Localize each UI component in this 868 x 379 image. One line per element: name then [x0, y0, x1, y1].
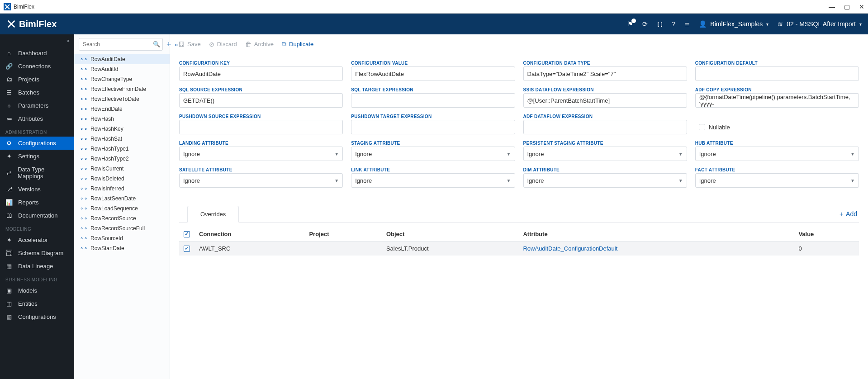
- sidebar-item-reports[interactable]: 📊Reports: [0, 196, 74, 209]
- field-ssis-dataflow-expression: SSIS DATAFLOW EXPRESSION @[User::ParentB…: [523, 87, 687, 108]
- config-list-item[interactable]: ⚬⚬RowEffectiveFromDate: [74, 84, 170, 94]
- configuration-default-input[interactable]: [695, 66, 859, 81]
- sql-target-expression-input[interactable]: [351, 93, 515, 108]
- tab-overrides[interactable]: Overrides: [187, 206, 239, 223]
- config-list-item[interactable]: ⚬⚬RowRecordSourceFull: [74, 223, 170, 233]
- staging-attribute-select[interactable]: Ignore▼: [351, 147, 515, 161]
- sidebar-item-dashboard[interactable]: ⌂Dashboard: [0, 47, 74, 60]
- sidebar-item-schema-diagram[interactable]: ⿹Schema Diagram: [0, 246, 74, 260]
- satellite-attribute-select[interactable]: Ignore▼: [179, 173, 343, 188]
- cell-attribute-link[interactable]: RowAuditDate_ConfigurationDefault: [523, 245, 617, 252]
- config-list-item[interactable]: ⚬⚬RowStartDate: [74, 243, 170, 253]
- pushdown-source-expression-input[interactable]: [179, 120, 343, 134]
- archive-button[interactable]: 🗑Archive: [245, 41, 274, 48]
- sidebar-icon: ⟐: [5, 102, 13, 109]
- col-attribute[interactable]: Attribute: [518, 227, 794, 242]
- config-list-item[interactable]: ⚬⚬RowAuditDate: [74, 54, 170, 64]
- config-list-item[interactable]: ⚬⚬RowRecordSource: [74, 213, 170, 223]
- config-list-item[interactable]: ⚬⚬RowEffectiveToDate: [74, 94, 170, 104]
- sidebar-item-accelerator[interactable]: ✶Accelerator: [0, 233, 74, 246]
- sidebar-item-projects[interactable]: 🗂Projects: [0, 73, 74, 86]
- field-label: SQL SOURCE EXPRESSION: [179, 87, 343, 92]
- version-selector[interactable]: ≋ 02 - MSSQL After Import ▾: [778, 20, 862, 28]
- sidebar-item-label: Entities: [18, 300, 38, 307]
- search-icon[interactable]: 🔍: [153, 41, 160, 47]
- select-all-checkbox[interactable]: [184, 231, 190, 237]
- sidebar-collapse-button[interactable]: «: [0, 34, 74, 47]
- config-list-item[interactable]: ⚬⚬RowHashKey: [74, 124, 170, 134]
- table-row[interactable]: AWLT_SRCSalesLT.ProductRowAuditDate_Conf…: [179, 242, 859, 256]
- customer-selector[interactable]: 👤 BimlFlex_Samples ▾: [699, 20, 768, 28]
- landing-attribute-select[interactable]: Ignore▼: [179, 147, 343, 161]
- sidebar-item-configurations[interactable]: ▧Configurations: [0, 310, 74, 323]
- col-project[interactable]: Project: [304, 227, 381, 242]
- sidebar-item-parameters[interactable]: ⟐Parameters: [0, 99, 74, 112]
- config-list-item[interactable]: ⚬⚬RowChangeType: [74, 74, 170, 84]
- adf-dataflow-expression-input[interactable]: [523, 120, 687, 134]
- sidebar-item-batches[interactable]: ☰Batches: [0, 86, 74, 99]
- save-button[interactable]: 🖫Save: [178, 41, 201, 48]
- col-object[interactable]: Object: [382, 227, 519, 242]
- col-value[interactable]: Value: [794, 227, 859, 242]
- discard-button[interactable]: ⊘Discard: [209, 41, 237, 48]
- chevron-down-icon: ▼: [678, 152, 683, 156]
- duplicate-button[interactable]: ⧉Duplicate: [282, 40, 313, 48]
- window-close-icon[interactable]: ✕: [859, 3, 864, 10]
- fact-attribute-select[interactable]: Ignore▼: [695, 173, 859, 188]
- field-label: PUSHDOWN SOURCE EXPRESSION: [179, 114, 343, 119]
- configuration-value-input[interactable]: FlexRowAuditDate: [351, 66, 515, 81]
- configuration-data-type-input[interactable]: DataType="DateTime2" Scale="7": [523, 66, 687, 81]
- config-item-label: RowIsDeleted: [90, 175, 124, 182]
- config-list-item[interactable]: ⚬⚬RowHashSat: [74, 134, 170, 144]
- database-icon[interactable]: ≣: [684, 20, 690, 28]
- config-list-item[interactable]: ⚬⚬RowIsInferred: [74, 184, 170, 194]
- sidebar-item-models[interactable]: ▣Models: [0, 284, 74, 297]
- config-list-item[interactable]: ⚬⚬RowIsDeleted: [74, 174, 170, 184]
- sidebar-icon: 🔗: [5, 63, 13, 70]
- sidebar-item-label: Documentation: [18, 212, 57, 219]
- sidebar-item-configurations[interactable]: ⚙Configurations: [0, 137, 74, 150]
- config-list-item[interactable]: ⚬⚬RowHashType1: [74, 144, 170, 154]
- link-attribute-select[interactable]: Ignore▼: [351, 173, 515, 188]
- config-list-item[interactable]: ⚬⚬RowHashType2: [74, 154, 170, 164]
- config-list-item[interactable]: ⚬⚬RowLastSeenDate: [74, 194, 170, 204]
- refresh-icon[interactable]: ⟳: [642, 20, 648, 28]
- sidebar-item-label: Batches: [18, 89, 39, 96]
- search-input[interactable]: [79, 38, 163, 51]
- dim-attribute-select[interactable]: Ignore▼: [523, 173, 687, 188]
- sidebar-item-documentation[interactable]: 🕮Documentation: [0, 209, 74, 222]
- sidebar-item-label: Projects: [18, 76, 39, 83]
- sidebar-item-data-lineage[interactable]: ▦Data Lineage: [0, 260, 74, 273]
- window-maximize-icon[interactable]: ▢: [844, 3, 850, 10]
- columns-icon[interactable]: ⫿⫿: [657, 20, 663, 28]
- notifications-icon[interactable]: ⚑: [627, 20, 633, 28]
- adf-copy-expression-input[interactable]: @{formatDateTime(pipeline().parameters.B…: [695, 93, 859, 108]
- add-override-button[interactable]: +Add: [840, 210, 859, 218]
- sidebar-item-connections[interactable]: 🔗Connections: [0, 60, 74, 73]
- col-connection[interactable]: Connection: [194, 227, 304, 242]
- pushdown-target-expression-input[interactable]: [351, 120, 515, 134]
- save-icon: 🖫: [178, 41, 185, 48]
- sidebar-item-attributes[interactable]: ≔Attributes: [0, 112, 74, 125]
- sidebar-item-versions[interactable]: ⎇Versions: [0, 183, 74, 196]
- config-list-item[interactable]: ⚬⚬RowLoadSequence: [74, 204, 170, 213]
- persistent-staging-attribute-select[interactable]: Ignore▼: [523, 147, 687, 161]
- config-list-item[interactable]: ⚬⚬RowAuditId: [74, 64, 170, 74]
- sql-source-expression-input[interactable]: GETDATE(): [179, 93, 343, 108]
- config-list-item[interactable]: ⚬⚬RowEndDate: [74, 104, 170, 114]
- nullable-checkbox[interactable]: Nullable: [695, 120, 859, 134]
- configuration-key-input[interactable]: RowAuditDate: [179, 66, 343, 81]
- window-minimize-icon[interactable]: —: [829, 3, 835, 10]
- window-titlebar: BimlFlex — ▢ ✕: [0, 0, 868, 14]
- row-checkbox[interactable]: [184, 246, 190, 252]
- config-list-item[interactable]: ⚬⚬RowSourceId: [74, 233, 170, 243]
- sidebar-item-data-type-mappings[interactable]: ⇄Data Type Mappings: [0, 163, 74, 183]
- hub-attribute-select[interactable]: Ignore▼: [695, 147, 859, 161]
- ssis-dataflow-expression-input[interactable]: @[User::ParentBatchStartTime]: [523, 93, 687, 108]
- help-icon[interactable]: ?: [672, 20, 676, 28]
- chevron-down-icon: ▾: [859, 22, 862, 27]
- config-list-item[interactable]: ⚬⚬RowIsCurrent: [74, 164, 170, 174]
- sidebar-item-settings[interactable]: ✦Settings: [0, 150, 74, 163]
- sidebar-item-entities[interactable]: ◫Entities: [0, 297, 74, 310]
- config-list-item[interactable]: ⚬⚬RowHash: [74, 114, 170, 124]
